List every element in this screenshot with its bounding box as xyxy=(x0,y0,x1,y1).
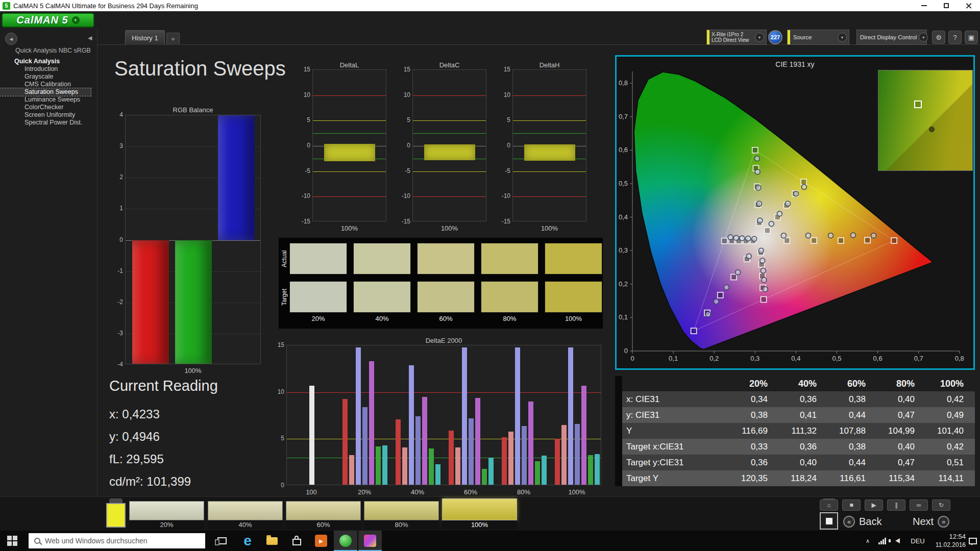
swatch-label: 80% xyxy=(364,520,439,530)
stop-measure-button[interactable] xyxy=(820,512,838,530)
reference-line xyxy=(313,196,386,197)
measured-point xyxy=(705,312,710,317)
target-point xyxy=(865,237,870,243)
delta-e-bar xyxy=(422,397,427,485)
swatch-label: 60% xyxy=(286,520,361,530)
actual-swatch-40% xyxy=(353,243,411,274)
home-button[interactable]: ⌂ xyxy=(820,499,838,511)
tray-volume-icon[interactable] xyxy=(891,531,903,551)
swatch-face xyxy=(286,501,361,520)
x-tick-label: 0,8 xyxy=(955,355,964,362)
minimize-button[interactable] xyxy=(913,0,935,11)
y-tick-label: 3 xyxy=(110,142,123,150)
sidebar-item-cms-calibration[interactable]: CMS Calibration xyxy=(0,81,97,88)
stop-icon: ■ xyxy=(849,502,853,509)
current-patch-swatch[interactable] xyxy=(106,503,126,528)
y-tick-label: 0,3 xyxy=(619,246,628,254)
row-label: y: CIE31 xyxy=(622,410,730,420)
refresh-button[interactable]: ↻ xyxy=(932,499,950,511)
titlebar: 5 CalMAN 5 CalMAN Ultimate for Business … xyxy=(0,0,980,11)
tray-hidden-icons-button[interactable]: ∧ xyxy=(862,531,874,551)
sidebar-collapse-icon[interactable]: ◀ xyxy=(88,35,92,41)
task-view-button[interactable] xyxy=(210,531,234,551)
tray-clock[interactable]: 12:54 11.02.2016 xyxy=(936,532,966,549)
meter-dropdown[interactable]: X-Rite i1Pro 2 LCD Direct View ▼ xyxy=(706,30,767,45)
taskbar-item-calman[interactable] xyxy=(334,531,357,551)
help-button[interactable]: ? xyxy=(948,31,962,44)
delta-e-bar xyxy=(362,407,368,485)
x-tick-label: 100 xyxy=(293,488,329,496)
taskbar-item-explorer[interactable] xyxy=(260,531,284,551)
back-nav-button[interactable]: ◄ xyxy=(5,33,17,45)
table-cell: 0,38 xyxy=(730,410,779,420)
sidebar-item-quick-analysis[interactable]: Quick Analysis xyxy=(0,58,97,65)
taskbar-item-paint[interactable] xyxy=(358,531,382,551)
table-cell: 0,36 xyxy=(779,394,828,405)
action-center-button[interactable] xyxy=(967,531,979,551)
table-cell: 0,47 xyxy=(877,410,926,420)
patch-handle xyxy=(109,498,122,503)
x-tick-label: 0 xyxy=(630,355,634,362)
saturation-swatch-60%[interactable]: 60% xyxy=(286,501,361,530)
sidebar-item-screen-uniformity[interactable]: Screen Uniformity xyxy=(0,111,97,119)
taskbar-search-input[interactable]: Web und Windows durchsuchen xyxy=(29,533,205,548)
clock-time: 12:54 xyxy=(936,532,966,541)
saturation-swatch-20%[interactable]: 20% xyxy=(129,501,204,530)
add-tab-button[interactable]: + xyxy=(166,33,180,45)
sidebar-item-saturation-sweeps[interactable]: Saturation Sweeps xyxy=(0,88,91,96)
measured-point xyxy=(777,211,782,216)
back-button[interactable]: « Back xyxy=(843,513,881,530)
stop-small-button[interactable]: ■ xyxy=(842,499,861,511)
loop-button[interactable]: ∞ xyxy=(910,499,928,511)
next-button[interactable]: Next » xyxy=(913,513,949,530)
reference-line xyxy=(413,171,486,172)
row-label: Target Y xyxy=(622,473,730,484)
current-reading-title: Current Reading xyxy=(109,378,218,394)
measured-point xyxy=(785,201,790,206)
saturation-swatch-80%[interactable]: 80% xyxy=(364,501,439,530)
saturation-swatch-100%[interactable]: 100% xyxy=(442,498,517,530)
reference-line xyxy=(313,171,386,172)
delta-l-chart: DeltaL 100% 151050-5-10-15 xyxy=(297,61,386,237)
display-control-dropdown[interactable]: Direct Display Control ▼ xyxy=(856,30,927,45)
taskbar-item-media[interactable]: ▶ xyxy=(309,531,333,551)
calman-logo[interactable]: CalMAN 5 ▼ xyxy=(2,13,94,28)
search-icon xyxy=(34,538,40,544)
start-button[interactable] xyxy=(0,531,24,551)
saturation-swatch-40%[interactable]: 40% xyxy=(208,501,283,530)
close-button[interactable] xyxy=(958,0,980,11)
reference-line xyxy=(513,133,586,134)
settings-button[interactable]: ⚙ xyxy=(932,31,945,44)
layout-button[interactable]: ▣ xyxy=(965,31,978,44)
patch-zoom-inset xyxy=(878,70,973,171)
pause-button[interactable]: ∥ xyxy=(887,499,905,511)
plot-area xyxy=(125,115,261,364)
delta-e-bar xyxy=(309,386,314,485)
reference-line xyxy=(513,120,586,121)
maximize-button[interactable] xyxy=(935,0,958,11)
tray-language[interactable]: DEU xyxy=(909,531,927,551)
sidebar-item-introduction[interactable]: Introduction xyxy=(0,65,97,73)
play-button[interactable]: ▶ xyxy=(865,499,883,511)
table-cell: 0,44 xyxy=(828,410,877,420)
sidebar-item-grayscale[interactable]: Grayscale xyxy=(0,73,97,81)
sidebar-item-luminance-sweeps[interactable]: Luminance Sweeps xyxy=(0,96,97,104)
sidebar-item-colorchecker[interactable]: ColorChecker xyxy=(0,104,97,111)
sidebar-item-spectral-power-dist-[interactable]: Spectral Power Dist. xyxy=(0,119,97,127)
tab-history-1[interactable]: History 1 xyxy=(125,30,165,45)
logo-dropdown-icon[interactable]: ▼ xyxy=(72,16,80,24)
delta-e-bar xyxy=(575,424,580,485)
table-cell: 120,35 xyxy=(730,473,779,484)
source-dropdown[interactable]: Source ▼ xyxy=(787,30,849,45)
taskbar-item-edge[interactable]: e xyxy=(236,531,259,551)
table-cell: 104,99 xyxy=(877,426,926,436)
help-icon: ? xyxy=(953,34,957,41)
x-tick-label: 20% xyxy=(347,488,382,496)
x-tick-label: 0,3 xyxy=(750,355,760,362)
reading-count-badge[interactable]: 227 xyxy=(768,30,782,44)
taskbar-item-store[interactable] xyxy=(285,531,308,551)
swatch-face xyxy=(208,501,283,520)
chart-title: DeltaC xyxy=(412,61,486,69)
y-tick-label: -10 xyxy=(497,192,510,200)
tray-network-icon[interactable] xyxy=(876,531,888,551)
